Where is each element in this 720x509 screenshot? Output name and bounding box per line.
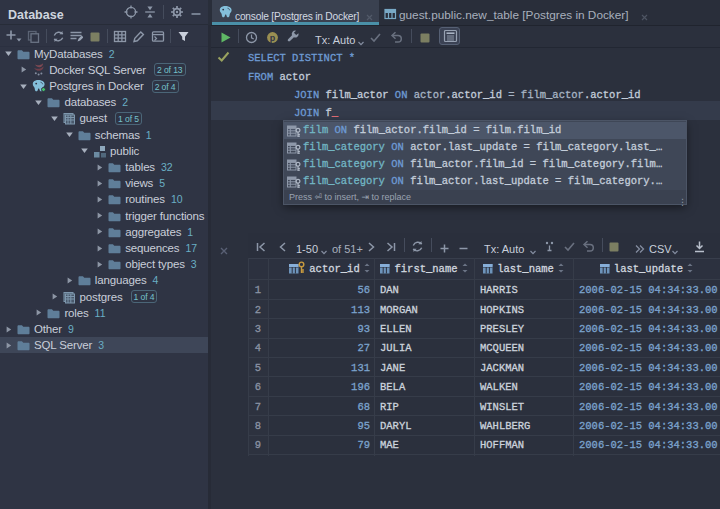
svg-text:p: p: [270, 33, 276, 43]
